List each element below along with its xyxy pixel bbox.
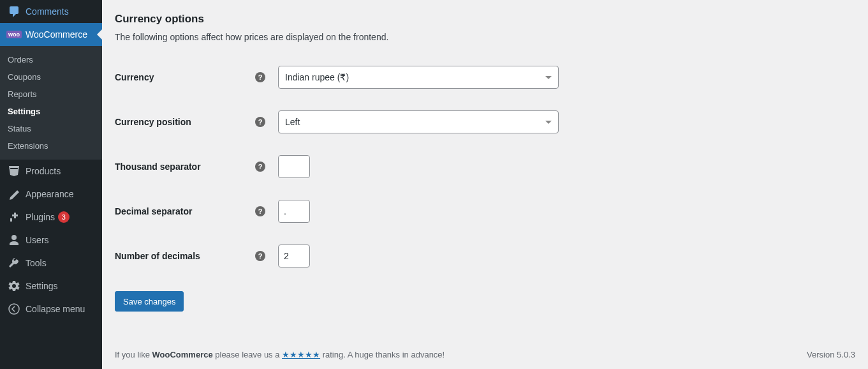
sidebar-label: WooCommerce — [26, 29, 87, 40]
help-icon[interactable]: ? — [255, 72, 265, 82]
sidebar-item-products[interactable]: Products — [0, 160, 102, 183]
help-icon[interactable]: ? — [255, 251, 265, 261]
label-currency: Currency — [115, 72, 255, 82]
row-currency: Currency ? Indian rupee (₹) — [115, 55, 855, 100]
sidebar-item-appearance[interactable]: Appearance — [0, 183, 102, 206]
sidebar-item-collapse[interactable]: Collapse menu — [0, 297, 102, 320]
plugins-update-badge: 3 — [58, 211, 70, 223]
woocommerce-submenu: Orders Coupons Reports Settings Status E… — [0, 46, 102, 160]
footer-brand: WooCommerce — [152, 350, 213, 359]
submenu-item-coupons[interactable]: Coupons — [0, 68, 102, 86]
sidebar-item-users[interactable]: Users — [0, 229, 102, 252]
woocommerce-icon: woo — [8, 28, 20, 41]
admin-sidebar: Comments woo WooCommerce Orders Coupons … — [0, 0, 102, 369]
submenu-item-status[interactable]: Status — [0, 120, 102, 137]
sidebar-label: Collapse menu — [26, 304, 85, 314]
row-decimal-separator: Decimal separator ? — [115, 189, 855, 234]
number-of-decimals-input[interactable] — [278, 245, 310, 267]
sidebar-label: Users — [26, 235, 49, 245]
sidebar-item-woocommerce[interactable]: woo WooCommerce — [0, 23, 102, 46]
submenu-item-orders[interactable]: Orders — [0, 51, 102, 68]
row-number-of-decimals: Number of decimals ? — [115, 234, 855, 278]
tools-icon — [8, 257, 20, 269]
page-title: Currency options — [115, 13, 855, 26]
sidebar-label: Plugins — [26, 212, 55, 222]
comments-icon — [8, 5, 20, 18]
sidebar-label: Tools — [26, 258, 47, 268]
products-icon — [8, 165, 20, 177]
currency-position-select[interactable]: Left — [278, 110, 559, 133]
row-currency-position: Currency position ? Left — [115, 100, 855, 144]
footer-message: If you like WooCommerce please leave us … — [115, 350, 445, 359]
sidebar-item-plugins[interactable]: Plugins 3 — [0, 206, 102, 229]
sidebar-label: Appearance — [26, 189, 74, 199]
currency-select[interactable]: Indian rupee (₹) — [278, 66, 559, 89]
rating-link[interactable]: ★★★★★ — [282, 350, 320, 359]
select-value: Left — [285, 117, 300, 127]
thousand-separator-input[interactable] — [278, 155, 310, 178]
label-number-of-decimals: Number of decimals — [115, 251, 255, 261]
label-decimal-separator: Decimal separator — [115, 206, 255, 216]
save-button[interactable]: Save changes — [115, 291, 184, 312]
row-thousand-separator: Thousand separator ? — [115, 144, 855, 189]
version-text: Version 5.0.3 — [807, 350, 855, 359]
collapse-icon — [8, 303, 20, 315]
main-content: Currency options The following options a… — [102, 0, 868, 369]
label-thousand-separator: Thousand separator — [115, 162, 255, 172]
users-icon — [8, 234, 20, 246]
settings-icon — [8, 280, 20, 292]
sidebar-label: Products — [26, 166, 61, 176]
submenu-item-extensions[interactable]: Extensions — [0, 137, 102, 154]
sidebar-label: Comments — [26, 6, 69, 17]
label-currency-position: Currency position — [115, 117, 255, 127]
sidebar-item-tools[interactable]: Tools — [0, 252, 102, 275]
svg-point-0 — [9, 304, 19, 314]
appearance-icon — [8, 188, 20, 200]
help-icon[interactable]: ? — [255, 162, 265, 172]
sidebar-label: Settings — [26, 281, 58, 291]
help-icon[interactable]: ? — [255, 206, 265, 216]
footer: If you like WooCommerce please leave us … — [115, 350, 855, 359]
submenu-item-reports[interactable]: Reports — [0, 86, 102, 103]
select-value: Indian rupee (₹) — [285, 72, 349, 82]
sidebar-item-comments[interactable]: Comments — [0, 0, 102, 23]
submenu-item-settings[interactable]: Settings — [0, 103, 102, 120]
sidebar-item-settings[interactable]: Settings — [0, 275, 102, 297]
help-icon[interactable]: ? — [255, 117, 265, 127]
plugins-icon — [8, 211, 20, 223]
page-description: The following options affect how prices … — [115, 32, 855, 42]
decimal-separator-input[interactable] — [278, 200, 310, 223]
